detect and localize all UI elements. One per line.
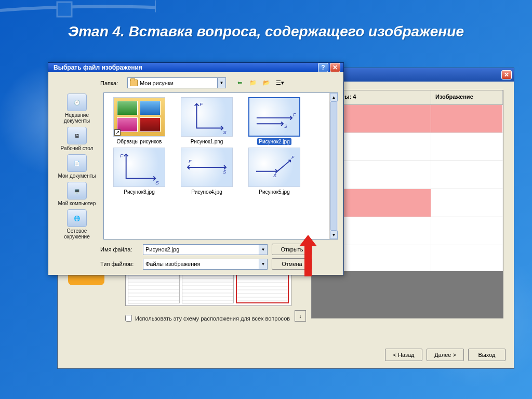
filename-row: Имя файла: Рисунок2.jpg ▼ Открыть <box>100 244 338 255</box>
place-label: Мои документы <box>56 173 98 179</box>
chevron-down-icon: ▼ <box>259 245 267 255</box>
svg-text:S: S <box>155 180 159 185</box>
up-folder-icon[interactable]: 📁 <box>248 78 258 88</box>
image-thumbnail: FS <box>113 148 165 187</box>
folder-value: Мои рисунки <box>140 80 174 86</box>
folder-dropdown[interactable]: Мои рисунки ▼ <box>127 77 226 88</box>
table-header-image: Изображение <box>431 90 503 104</box>
scroll-down-button[interactable]: ↓ <box>295 310 306 322</box>
image-thumbnail: FS <box>248 97 300 137</box>
svg-text:S: S <box>223 129 227 135</box>
new-folder-icon[interactable]: 📂 <box>261 78 272 88</box>
table-footer-grey <box>312 271 503 318</box>
scroll-up-button[interactable]: ▲ <box>330 93 338 101</box>
wizard-close-button[interactable]: ✕ <box>501 70 512 79</box>
file-item[interactable]: FS Рисунок5.jpg <box>243 148 305 195</box>
file-label: Рисунок2.jpg <box>257 138 291 145</box>
filetype-row: Тип файлов: Файлы изображения ▼ Отмена <box>100 258 338 270</box>
filetype-dropdown[interactable]: Файлы изображения ▼ <box>143 259 268 270</box>
file-open-dialog: Выбрать файл изображения ? ✕ Папка: Мои … <box>48 62 344 275</box>
place-mydocs[interactable]: 📄 Мои документы <box>56 154 98 179</box>
file-label: Рисунок5.jpg <box>259 189 289 195</box>
chevron-down-icon: ▼ <box>217 78 225 88</box>
views-icon[interactable]: ☰▾ <box>275 78 285 88</box>
chevron-down-icon: ▼ <box>259 259 267 269</box>
dialog-bottom: Имя файла: Рисунок2.jpg ▼ Открыть Тип фа… <box>54 244 338 270</box>
place-label: Сетевое окружение <box>56 228 98 240</box>
exit-button[interactable]: Выход <box>468 349 506 361</box>
svg-text:S: S <box>273 173 276 178</box>
svg-text:S: S <box>284 124 287 129</box>
svg-rect-0 <box>57 2 72 17</box>
file-label: Образцы рисунков <box>117 139 162 144</box>
svg-text:F: F <box>293 112 296 117</box>
layout-checkbox-row: Использовать эту схему расположения для … <box>125 315 290 322</box>
scrollbar[interactable]: ▲ ▼ <box>329 93 338 239</box>
file-item[interactable]: FS Рисунок3.jpg <box>108 148 170 195</box>
dialog-close-button[interactable]: ✕ <box>330 63 340 72</box>
open-button[interactable]: Открыть <box>272 244 312 255</box>
file-item-selected[interactable]: FS Рисунок2.jpg <box>243 97 305 144</box>
dialog-help-button[interactable]: ? <box>318 63 328 72</box>
place-network[interactable]: 🌐 Сетевое окружение <box>56 209 98 240</box>
network-icon: 🌐 <box>67 209 87 227</box>
recent-icon: 🕘 <box>67 94 87 111</box>
image-thumbnail: FS <box>248 148 300 187</box>
filetype-value: Файлы изображения <box>145 261 200 267</box>
mycomputer-icon: 💻 <box>67 182 87 200</box>
filename-input[interactable]: Рисунок2.jpg ▼ <box>143 244 268 255</box>
svg-line-15 <box>277 160 290 171</box>
file-label: Рисунок4.jpg <box>191 189 222 195</box>
place-recent[interactable]: 🕘 Недавние документы <box>56 94 98 124</box>
filename-label: Имя файла: <box>100 246 139 252</box>
folder-row: Папка: Мои рисунки ▼ ⬅ 📁 📂 ☰▾ <box>54 75 338 92</box>
filename-value: Рисунок2.jpg <box>145 246 179 252</box>
place-label: Недавние документы <box>56 112 98 124</box>
svg-text:S: S <box>223 169 226 175</box>
next-button[interactable]: Далее > <box>427 349 464 361</box>
folder-icon <box>130 79 138 86</box>
file-item-folder[interactable]: ↗ Образцы рисунков <box>108 97 170 144</box>
dialog-title: Выбрать файл изображения <box>51 64 318 71</box>
svg-text:F: F <box>200 101 203 107</box>
folder-thumbnail: ↗ <box>113 97 165 137</box>
wizard-buttons: < Назад Далее > Выход <box>385 349 506 361</box>
filetype-label: Тип файлов: <box>100 261 139 267</box>
svg-text:F: F <box>120 153 124 158</box>
shortcut-icon: ↗ <box>114 129 121 136</box>
place-mycomputer[interactable]: 💻 Мой компьютер <box>56 182 98 206</box>
file-item[interactable]: FS Рисунок4.jpg <box>176 148 238 195</box>
slide-title: Этап 4. Вставка вопроса, содержащего изо… <box>0 23 532 41</box>
dialog-body: Папка: Мои рисунки ▼ ⬅ 📁 📂 ☰▾ 🕘 Недавние… <box>48 72 343 275</box>
back-button[interactable]: < Назад <box>385 349 422 361</box>
place-label: Мой компьютер <box>56 201 98 206</box>
place-desktop[interactable]: 🖥 Рабочий стол <box>56 127 98 151</box>
place-label: Рабочий стол <box>56 145 98 151</box>
back-icon[interactable]: ⬅ <box>234 78 245 88</box>
folder-label: Папка: <box>100 80 123 86</box>
dialog-main: 🕘 Недавние документы 🖥 Рабочий стол 📄 Мо… <box>54 92 338 240</box>
file-label: Рисунок3.jpg <box>124 189 154 195</box>
dialog-titlebar[interactable]: Выбрать файл изображения ? ✕ <box>48 63 343 72</box>
image-thumbnail: FS <box>181 148 233 187</box>
cancel-button[interactable]: Отмена <box>272 258 312 270</box>
layout-checkbox-label: Использовать эту схему расположения для … <box>135 315 290 322</box>
svg-text:F: F <box>291 155 295 160</box>
scroll-down-button[interactable]: ▼ <box>330 231 338 239</box>
mydocs-icon: 📄 <box>67 154 87 172</box>
use-layout-checkbox[interactable] <box>125 315 132 322</box>
scroll-thumb[interactable] <box>330 101 337 231</box>
file-list[interactable]: ↗ Образцы рисунков FS Рисунок1.png FS <box>103 92 338 240</box>
dialog-toolbar: ⬅ 📁 📂 ☰▾ <box>234 78 285 88</box>
places-bar: 🕘 Недавние документы 🖥 Рабочий стол 📄 Мо… <box>54 92 100 240</box>
image-thumbnail: FS <box>181 97 233 137</box>
file-item[interactable]: FS Рисунок1.png <box>176 97 238 144</box>
desktop-icon: 🖥 <box>67 127 87 144</box>
svg-text:F: F <box>189 159 192 164</box>
file-label: Рисунок1.png <box>191 139 223 144</box>
